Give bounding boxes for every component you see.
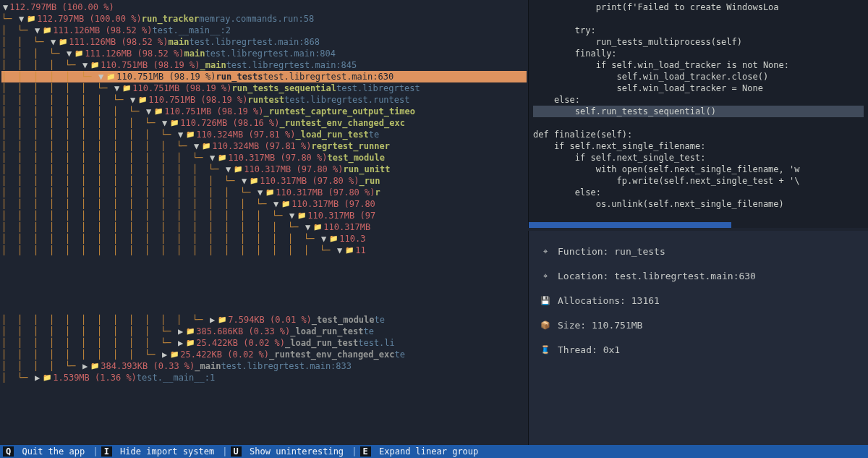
node-size: 111.126MB (98.52 %) [85,48,184,59]
tree-row[interactable]: │ │ │ │ │ │ │ │ │ └─▼📁 110.726MB (98.16 … [1,117,527,129]
expand-arrow-icon[interactable]: ▼ [98,71,103,82]
folder-icon: 📁 [234,164,242,175]
node-size: 385.686KB (0.33 %) [196,326,290,337]
expand-arrow-icon[interactable]: ▼ [35,25,40,36]
expand-arrow-icon[interactable]: ▼ [67,48,72,59]
node-size: 110.751MB (98.19 %) [148,94,247,106]
tree-row[interactable]: │ │ │ │ │ │ │ │ │ │ │ │ └─▼📁 110.317MB (… [1,152,527,164]
detail-allocations: 💾 Allocations: 13161 [540,290,856,312]
expand-arrow-icon[interactable]: ▶ [178,326,183,337]
expand-arrow-icon[interactable]: ▼ [82,59,88,71]
expand-arrow-icon[interactable]: ▼ [242,175,247,187]
expand-arrow-icon[interactable]: ▼ [3,1,8,13]
shortcut-key[interactable]: I [101,446,112,457]
tree-row[interactable]: │ │ │ │ │ │ │ │ │ │ │ │ │ │ │ └─▼📁 110.3… [1,187,527,198]
node-location: memray.commands.run:58 [199,13,314,25]
tree-row[interactable]: │ │ │ │ │ │ │ │ │ │ └─▶📁 25.422KB (0.02 … [1,337,527,349]
node-size: 110.751MB (98.19 %) [132,82,231,94]
code-line: if self.next_single_filename: [533,140,864,152]
node-name: runtest [248,94,285,106]
tree-row[interactable] [1,291,527,302]
tree-row[interactable]: │ │ │ │ │ │ │ └─▼📁 110.751MB (98.19 %) r… [1,94,527,106]
status-bar: Q Quit the app |I Hide import system |U … [0,445,868,458]
folder-icon: 📁 [106,71,115,82]
expand-arrow-icon[interactable]: ▼ [226,164,231,175]
folder-icon: 📁 [313,221,322,233]
expand-arrow-icon[interactable]: ▶ [162,349,167,360]
expand-arrow-icon[interactable]: ▼ [258,187,263,198]
expand-arrow-icon[interactable]: ▼ [114,82,119,94]
tree-row[interactable]: │ │ │ │ └─▼📁 110.751MB (98.19 %) _main t… [1,59,527,71]
expand-arrow-icon[interactable]: ▼ [162,117,167,129]
tree-row[interactable]: │ │ │ │ │ │ │ │ │ │ │ │ │ │ │ │ └─▼📁 110… [1,198,527,210]
code-line: try: [533,25,864,36]
expand-arrow-icon[interactable]: ▼ [273,198,278,210]
tree-row[interactable]: │ └─▼📁 111.126MB (98.52 %) test.__main__… [1,25,527,36]
source-code-panel: print(f'Failed to create WindowsLoa try:… [528,0,868,228]
tree-row[interactable]: └─▼📁 112.797MB (100.00 %) run_tracker me… [1,13,527,25]
shortcut-key[interactable]: U [231,446,242,457]
tree-row[interactable]: │ │ │ │ │ │ │ │ │ │ │ │ │ │ │ │ │ │ │ │ … [1,245,527,256]
expand-arrow-icon[interactable]: ▶ [210,314,215,326]
tree-row[interactable]: │ │ │ │ │ │ │ │ │ │ │ └─▼📁 110.324MB (97… [1,140,527,152]
tree-row[interactable]: │ │ │ │ └─▶📁 384.393KB (0.33 %) _main te… [1,360,527,372]
memory-tree[interactable]: ▼ 112.797MB (100.00 %) └─▼📁 112.797MB (1… [0,0,528,445]
tree-row[interactable]: │ │ │ │ │ │ │ │ │ │ │ │ │ │ │ │ │ │ │ └─… [1,233,527,245]
tree-row[interactable]: │ │ │ │ │ │ │ │ │ │ │ │ └─▶📁 7.594KB (0.… [1,314,527,326]
tree-row[interactable]: │ │ │ │ │ │ └─▼📁 110.751MB (98.19 %) run… [1,82,527,94]
tree-row[interactable]: │ │ │ │ │ └─▼📁 110.751MB (98.19 %) run_t… [1,71,527,82]
compass-icon: ⌖ [540,241,550,263]
tree-row[interactable] [1,268,527,279]
expand-arrow-icon[interactable]: ▶ [35,372,40,383]
expand-arrow-icon[interactable]: ▶ [82,360,88,372]
tree-row[interactable]: │ │ │ │ │ │ │ │ └─▼📁 110.751MB (98.19 %)… [1,106,527,117]
expand-arrow-icon[interactable]: ▼ [51,36,56,48]
tree-row[interactable]: │ │ │ │ │ │ │ │ │ │ └─▶📁 385.686KB (0.33… [1,326,527,337]
box-icon: 📦 [540,315,550,336]
expand-arrow-icon[interactable]: ▶ [178,337,183,349]
folder-icon: 📁 [170,349,179,360]
tree-row[interactable]: │ └─▶📁 1.539MB (1.36 %) test.__main__:1 [1,372,527,383]
expand-arrow-icon[interactable]: ▼ [146,106,151,117]
tree-row[interactable] [1,256,527,268]
folder-icon: 📁 [186,337,195,349]
node-size: 110.3 [339,233,365,245]
expand-arrow-icon[interactable]: ▼ [178,129,183,140]
expand-arrow-icon[interactable]: ▼ [337,245,342,256]
node-name: _test_module [312,314,375,326]
tree-row[interactable]: │ │ │ └─▼📁 111.126MB (98.52 %) main test… [1,48,527,59]
folder-icon: 📁 [265,187,274,198]
folder-icon: 📁 [138,94,147,106]
folder-icon: 📁 [218,152,226,164]
tree-row[interactable]: ▼ 112.797MB (100.00 %) [1,1,527,13]
folder-icon: 📁 [218,314,226,326]
shortcut-key[interactable]: Q [3,446,14,457]
tree-row[interactable]: │ │ │ │ │ │ │ │ │ │ │ │ │ └─▼📁 110.317MB… [1,164,527,175]
expand-arrow-icon[interactable]: ▼ [130,94,135,106]
code-line: self.win_load_tracker.close() [533,71,864,82]
expand-arrow-icon[interactable]: ▼ [19,13,24,25]
tree-row[interactable] [1,302,527,314]
node-size: 110.317MB (97.80 %) [228,152,327,164]
node-location: test.libregrtest.main:630 [263,71,394,82]
expand-arrow-icon[interactable]: ▼ [194,140,199,152]
node-size: 110.317MB (97.80 %) [244,164,343,175]
node-name: test_module [328,152,385,164]
tree-row[interactable]: │ │ │ │ │ │ │ │ │ └─▶📁 25.422KB (0.02 %)… [1,349,527,360]
node-size: 110.751MB (98.19 %) [164,106,263,117]
node-size: 110.751MB (98.19 %) [116,71,216,82]
tree-row[interactable]: │ │ └─▼📁 111.126MB (98.52 %) main test.l… [1,36,527,48]
expand-arrow-icon[interactable]: ▼ [321,233,326,245]
horizontal-scrollbar[interactable] [529,222,731,228]
tree-row[interactable]: │ │ │ │ │ │ │ │ │ │ │ │ │ │ │ │ │ └─▼📁 1… [1,210,527,221]
expand-arrow-icon[interactable]: ▼ [210,152,215,164]
node-size: 110.317MB (97.80 [292,198,375,210]
folder-icon: 📁 [90,59,99,71]
tree-row[interactable]: │ │ │ │ │ │ │ │ │ │ │ │ │ │ └─▼📁 110.317… [1,175,527,187]
expand-arrow-icon[interactable]: ▼ [305,221,310,233]
tree-row[interactable]: │ │ │ │ │ │ │ │ │ │ └─▼📁 110.324MB (97.8… [1,129,527,140]
expand-arrow-icon[interactable]: ▼ [289,210,294,221]
tree-row[interactable]: │ │ │ │ │ │ │ │ │ │ │ │ │ │ │ │ │ │ └─▼📁… [1,221,527,233]
tree-row[interactable] [1,279,527,291]
shortcut-key[interactable]: E [360,446,371,457]
